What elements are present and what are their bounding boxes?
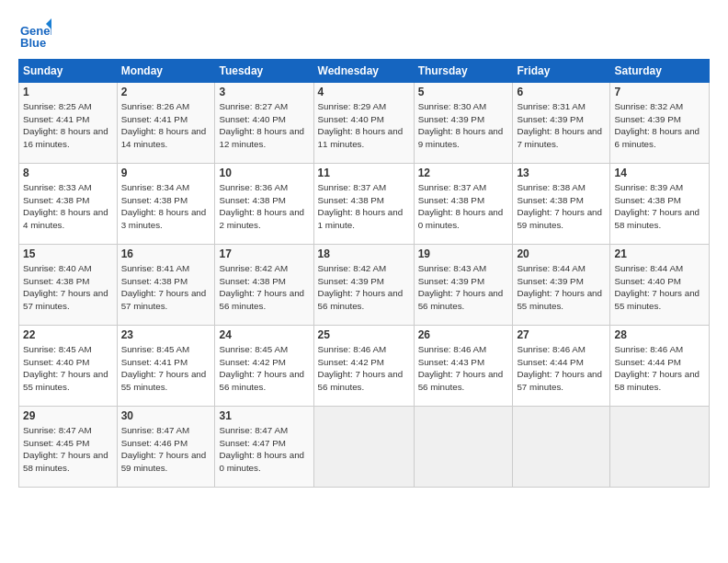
day-number: 12 (418, 167, 509, 179)
day-info: Sunrise: 8:47 AMSunset: 4:47 PMDaylight:… (219, 424, 309, 475)
calendar-cell: 8Sunrise: 8:33 AMSunset: 4:38 PMDaylight… (19, 164, 118, 245)
calendar-cell: 31Sunrise: 8:47 AMSunset: 4:47 PMDayligh… (215, 407, 313, 488)
day-info: Sunrise: 8:46 AMSunset: 4:42 PMDaylight:… (318, 343, 410, 394)
day-number: 10 (219, 167, 309, 179)
day-number: 16 (121, 247, 211, 260)
calendar-cell: 10Sunrise: 8:36 AMSunset: 4:38 PMDayligh… (215, 164, 313, 245)
day-number: 13 (517, 167, 606, 179)
day-info: Sunrise: 8:25 AMSunset: 4:41 PMDaylight:… (23, 100, 113, 151)
calendar-cell: 22Sunrise: 8:45 AMSunset: 4:40 PMDayligh… (19, 326, 118, 407)
day-number: 7 (614, 86, 705, 98)
calendar-cell: 27Sunrise: 8:46 AMSunset: 4:44 PMDayligh… (513, 326, 610, 407)
day-number: 22 (23, 328, 113, 341)
day-number: 8 (23, 167, 113, 179)
calendar-cell: 18Sunrise: 8:42 AMSunset: 4:39 PMDayligh… (313, 245, 414, 326)
day-number: 20 (517, 247, 606, 260)
day-number: 23 (121, 328, 211, 341)
calendar-cell: 14Sunrise: 8:39 AMSunset: 4:38 PMDayligh… (610, 164, 710, 245)
day-number: 6 (517, 86, 606, 98)
calendar-week-row: 15Sunrise: 8:40 AMSunset: 4:38 PMDayligh… (19, 245, 710, 326)
day-number: 3 (219, 86, 309, 98)
calendar-cell: 17Sunrise: 8:42 AMSunset: 4:38 PMDayligh… (215, 245, 313, 326)
day-info: Sunrise: 8:38 AMSunset: 4:38 PMDaylight:… (517, 181, 606, 232)
day-number: 25 (318, 328, 410, 341)
calendar-cell: 15Sunrise: 8:40 AMSunset: 4:38 PMDayligh… (19, 245, 118, 326)
calendar-cell: 7Sunrise: 8:32 AMSunset: 4:39 PMDaylight… (610, 83, 710, 164)
day-number: 2 (121, 86, 211, 98)
calendar-cell: 5Sunrise: 8:30 AMSunset: 4:39 PMDaylight… (414, 83, 513, 164)
day-number: 9 (121, 167, 211, 179)
day-info: Sunrise: 8:29 AMSunset: 4:40 PMDaylight:… (318, 100, 410, 151)
day-number: 28 (614, 328, 705, 341)
calendar-cell: 12Sunrise: 8:37 AMSunset: 4:38 PMDayligh… (414, 164, 513, 245)
calendar-cell: 9Sunrise: 8:34 AMSunset: 4:38 PMDaylight… (117, 164, 215, 245)
day-number: 31 (219, 409, 309, 422)
calendar-cell: 25Sunrise: 8:46 AMSunset: 4:42 PMDayligh… (313, 326, 414, 407)
day-info: Sunrise: 8:30 AMSunset: 4:39 PMDaylight:… (418, 100, 509, 151)
weekday-header: Tuesday (215, 60, 313, 83)
calendar-cell: 11Sunrise: 8:37 AMSunset: 4:38 PMDayligh… (313, 164, 414, 245)
calendar-table: SundayMondayTuesdayWednesdayThursdayFrid… (18, 59, 710, 488)
calendar-cell: 1Sunrise: 8:25 AMSunset: 4:41 PMDaylight… (19, 83, 118, 164)
header: General Blue (18, 17, 710, 50)
day-number: 19 (418, 247, 509, 260)
calendar-cell (313, 407, 414, 488)
calendar-cell: 28Sunrise: 8:46 AMSunset: 4:44 PMDayligh… (610, 326, 710, 407)
day-info: Sunrise: 8:37 AMSunset: 4:38 PMDaylight:… (318, 181, 410, 232)
page: General Blue SundayMondayTuesdayWednesda… (0, 0, 728, 497)
day-info: Sunrise: 8:44 AMSunset: 4:40 PMDaylight:… (614, 262, 705, 313)
day-number: 1 (23, 86, 113, 98)
calendar-cell: 3Sunrise: 8:27 AMSunset: 4:40 PMDaylight… (215, 83, 313, 164)
day-number: 26 (418, 328, 509, 341)
day-number: 27 (517, 328, 606, 341)
calendar-cell: 16Sunrise: 8:41 AMSunset: 4:38 PMDayligh… (117, 245, 215, 326)
day-info: Sunrise: 8:40 AMSunset: 4:38 PMDaylight:… (23, 262, 113, 313)
calendar-cell: 6Sunrise: 8:31 AMSunset: 4:39 PMDaylight… (513, 83, 610, 164)
day-info: Sunrise: 8:37 AMSunset: 4:38 PMDaylight:… (418, 181, 509, 232)
calendar-week-row: 1Sunrise: 8:25 AMSunset: 4:41 PMDaylight… (19, 83, 710, 164)
day-info: Sunrise: 8:45 AMSunset: 4:40 PMDaylight:… (23, 343, 113, 394)
calendar-cell: 24Sunrise: 8:45 AMSunset: 4:42 PMDayligh… (215, 326, 313, 407)
day-info: Sunrise: 8:31 AMSunset: 4:39 PMDaylight:… (517, 100, 606, 151)
day-info: Sunrise: 8:43 AMSunset: 4:39 PMDaylight:… (418, 262, 509, 313)
day-info: Sunrise: 8:46 AMSunset: 4:44 PMDaylight:… (517, 343, 606, 394)
day-info: Sunrise: 8:26 AMSunset: 4:41 PMDaylight:… (121, 100, 211, 151)
calendar-cell: 19Sunrise: 8:43 AMSunset: 4:39 PMDayligh… (414, 245, 513, 326)
calendar-week-row: 29Sunrise: 8:47 AMSunset: 4:45 PMDayligh… (19, 407, 710, 488)
day-info: Sunrise: 8:46 AMSunset: 4:43 PMDaylight:… (418, 343, 509, 394)
day-info: Sunrise: 8:46 AMSunset: 4:44 PMDaylight:… (614, 343, 705, 394)
logo-icon: General Blue (18, 17, 51, 50)
svg-text:Blue: Blue (20, 36, 46, 50)
calendar-week-row: 22Sunrise: 8:45 AMSunset: 4:40 PMDayligh… (19, 326, 710, 407)
calendar-cell: 20Sunrise: 8:44 AMSunset: 4:39 PMDayligh… (513, 245, 610, 326)
day-info: Sunrise: 8:34 AMSunset: 4:38 PMDaylight:… (121, 181, 211, 232)
day-number: 4 (318, 86, 410, 98)
calendar-week-row: 8Sunrise: 8:33 AMSunset: 4:38 PMDaylight… (19, 164, 710, 245)
day-number: 24 (219, 328, 309, 341)
day-number: 30 (121, 409, 211, 422)
weekday-header: Sunday (19, 60, 118, 83)
calendar-cell: 2Sunrise: 8:26 AMSunset: 4:41 PMDaylight… (117, 83, 215, 164)
day-info: Sunrise: 8:39 AMSunset: 4:38 PMDaylight:… (614, 181, 705, 232)
calendar-cell (610, 407, 710, 488)
weekday-header: Monday (117, 60, 215, 83)
calendar-cell: 29Sunrise: 8:47 AMSunset: 4:45 PMDayligh… (19, 407, 118, 488)
calendar-cell: 30Sunrise: 8:47 AMSunset: 4:46 PMDayligh… (117, 407, 215, 488)
day-number: 29 (23, 409, 113, 422)
weekday-header: Wednesday (313, 60, 414, 83)
calendar-cell: 13Sunrise: 8:38 AMSunset: 4:38 PMDayligh… (513, 164, 610, 245)
weekday-header: Saturday (610, 60, 710, 83)
calendar-cell (414, 407, 513, 488)
calendar-header-row: SundayMondayTuesdayWednesdayThursdayFrid… (19, 60, 710, 83)
day-info: Sunrise: 8:42 AMSunset: 4:38 PMDaylight:… (219, 262, 309, 313)
day-number: 15 (23, 247, 113, 260)
calendar-cell (513, 407, 610, 488)
day-info: Sunrise: 8:42 AMSunset: 4:39 PMDaylight:… (318, 262, 410, 313)
day-number: 17 (219, 247, 309, 260)
day-number: 21 (614, 247, 705, 260)
day-number: 18 (318, 247, 410, 260)
day-info: Sunrise: 8:32 AMSunset: 4:39 PMDaylight:… (614, 100, 705, 151)
logo: General Blue (18, 17, 51, 50)
weekday-header: Friday (513, 60, 610, 83)
day-info: Sunrise: 8:41 AMSunset: 4:38 PMDaylight:… (121, 262, 211, 313)
